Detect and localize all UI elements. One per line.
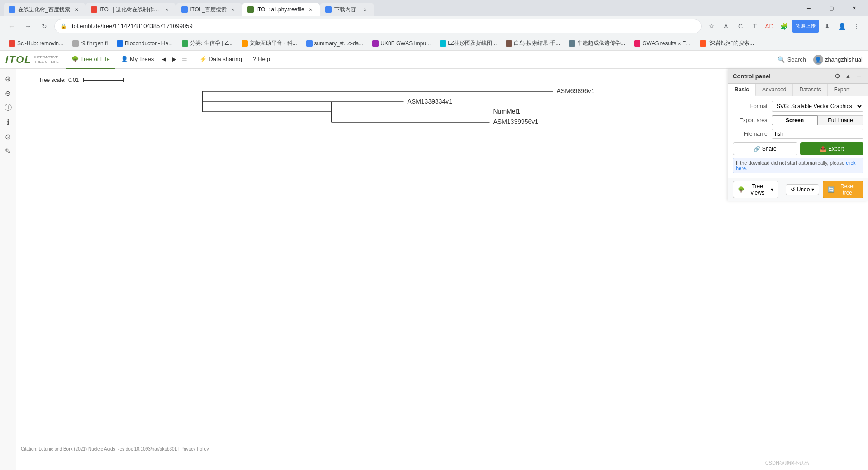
settings-icon[interactable]: ⚙ (833, 71, 842, 81)
bookmark-item-10[interactable]: GWAS results « E... (631, 38, 694, 48)
info-button[interactable]: ℹ (2, 116, 14, 128)
tab-close-tab3[interactable]: ✕ (229, 6, 237, 13)
browser-tab-tab1[interactable]: 在线进化树_百度搜索✕ (4, 3, 85, 16)
bookmarks-icon[interactable]: ☆ (705, 20, 718, 33)
tab-close-tab5[interactable]: ✕ (361, 6, 369, 13)
download-icon[interactable]: ⬇ (821, 20, 834, 33)
svg-text:ASM69896v1: ASM69896v1 (557, 87, 595, 95)
tree-scale: Tree scale: 0.01 (39, 77, 124, 83)
bookmark-item-4[interactable]: 文献互助平台 - 科... (238, 38, 301, 49)
bookmark-item-8[interactable]: 白鸟-搜索结果-千... (502, 38, 564, 49)
bookmark-favicon-10 (634, 40, 640, 47)
info-circle-button[interactable]: ⓘ (2, 101, 14, 114)
back-button[interactable]: ← (5, 20, 18, 33)
bookmark-label-10: GWAS results « E... (642, 40, 690, 47)
bookmark-item-1[interactable]: r9.finrgen.fi (69, 38, 111, 48)
sync-icon[interactable]: C (734, 20, 747, 33)
collapse-icon[interactable]: ▲ (844, 71, 853, 81)
refresh-button[interactable]: ↻ (38, 20, 51, 33)
edit-button[interactable]: ✎ (2, 145, 14, 157)
tab-close-tab1[interactable]: ✕ (73, 6, 80, 13)
bookmark-label-3: 分类: 生信学 | Z... (190, 39, 232, 47)
zoom-fit-button[interactable]: ⊙ (2, 130, 14, 143)
tree-views-button[interactable]: 🌳 Tree views ▾ (733, 181, 778, 198)
reset-tree-button[interactable]: 🔄 Reset tree (823, 181, 863, 198)
minimize-button[interactable]: ─ (798, 1, 819, 15)
extensions-icon[interactable]: 🧩 (778, 20, 790, 33)
browser-tab-tab2[interactable]: iTOL | 进化树在线制作化工...✕ (85, 3, 176, 16)
profile-icon[interactable]: A (720, 20, 732, 33)
export-button[interactable]: 📤 Export (800, 142, 864, 155)
full-image-option[interactable]: Full image (818, 115, 863, 125)
zoom-in-button[interactable]: ⊕ (2, 72, 14, 85)
toolbar-icons: ☆ A C T AD 🧩 拓展上传 ⬇ 👤 ⋮ (705, 20, 863, 33)
person-icon: 👤 (121, 56, 128, 62)
bookmark-item-11[interactable]: "深岩银河"的搜索... (696, 38, 758, 49)
tab-datasets[interactable]: Datasets (793, 84, 827, 96)
nav-next[interactable]: ▶ (169, 51, 179, 69)
bookmark-label-2: Bioconductor - He... (125, 40, 173, 47)
itol-logo-text: iTOL (5, 54, 32, 66)
upload-extension-button[interactable]: 拓展上传 (792, 20, 819, 33)
bookmark-item-0[interactable]: Sci-Hub: removin... (5, 38, 67, 48)
adblock-icon[interactable]: AD (763, 20, 776, 33)
zoom-out-button[interactable]: ⊖ (2, 87, 14, 100)
bookmark-favicon-6 (372, 40, 379, 47)
reset-icon: 🔄 (828, 186, 835, 193)
bookmark-label-0: Sci-Hub: removin... (17, 40, 63, 47)
url-text: itol.embl.de/tree/1114214810438571710990… (71, 23, 696, 29)
itol-logo[interactable]: iTOL INTERACTIVETREE OF LIFE (5, 54, 59, 66)
close-panel-icon[interactable]: ─ (854, 71, 863, 81)
filename-input[interactable] (772, 129, 863, 139)
tree-views-chevron: ▾ (771, 186, 773, 193)
lock-icon: 🔒 (60, 23, 67, 29)
screen-option[interactable]: Screen (772, 115, 818, 125)
share-button[interactable]: 🔗 Share (733, 142, 797, 155)
search-icon: 🔍 (778, 56, 785, 63)
close-button[interactable]: ✕ (844, 1, 864, 15)
translate-icon[interactable]: T (749, 20, 761, 33)
account-icon[interactable]: 👤 (835, 20, 848, 33)
share-icon: ⚡ (199, 56, 207, 62)
bookmark-item-7[interactable]: LZ柱形图及折线图... (436, 38, 500, 49)
bookmark-item-5[interactable]: summary_st...c-da... (303, 38, 367, 48)
tab-close-tab2[interactable]: ✕ (163, 6, 171, 13)
download-msg-text: If the download did not start automatica… (736, 160, 844, 166)
nav-prev[interactable]: ◀ (159, 51, 169, 69)
nav-data-sharing[interactable]: ⚡ Data sharing (194, 51, 247, 69)
forward-button[interactable]: → (22, 20, 34, 33)
tab-export[interactable]: Export (828, 84, 857, 96)
browser-tab-tab3[interactable]: iTOL_百度搜索✕ (176, 3, 242, 16)
nav-user[interactable]: 👤 zhangzhishuai (813, 55, 863, 65)
bookmark-label-1: r9.finrgen.fi (81, 40, 108, 47)
undo-button[interactable]: ↺ Undo ▾ (786, 184, 820, 195)
browser-tab-tab5[interactable]: 下载内容✕ (320, 3, 374, 16)
nav-search[interactable]: 🔍 Search (778, 56, 806, 63)
bookmark-item-9[interactable]: 牛遗超成像遗传学... (565, 38, 629, 49)
maximize-button[interactable]: ▢ (821, 1, 842, 15)
tab-advanced[interactable]: Advanced (756, 84, 793, 96)
nav-tree-of-life[interactable]: 🌳 Tree of Life (66, 51, 115, 69)
bookmark-favicon-1 (72, 40, 79, 47)
bookmark-item-2[interactable]: Bioconductor - He... (113, 38, 176, 48)
nav-help[interactable]: ? Help (247, 51, 275, 69)
url-bar[interactable]: 🔒 itol.embl.de/tree/11142148104385717109… (54, 19, 702, 33)
bookmark-favicon-2 (117, 40, 123, 47)
window-controls: ─ ▢ ✕ (798, 1, 864, 15)
bookmark-item-6[interactable]: UK8B GWAS Impu... (369, 38, 434, 48)
tab-close-tab4[interactable]: ✕ (307, 6, 314, 13)
bookmark-item-3[interactable]: 分类: 生信学 | Z... (178, 38, 236, 49)
menu-icon[interactable]: ⋮ (850, 20, 863, 33)
bookmark-favicon-11 (700, 40, 706, 47)
nav-list[interactable]: ☰ (179, 51, 190, 69)
tab-favicon-tab1 (9, 6, 15, 13)
export-icon: 📤 (820, 146, 826, 152)
nav-separator (192, 56, 192, 63)
tab-basic[interactable]: Basic (728, 84, 756, 96)
format-select[interactable]: SVG: Scalable Vector Graphics (772, 101, 863, 112)
nav-my-trees[interactable]: 👤 My Trees (115, 51, 159, 69)
format-label: Format: (733, 103, 769, 109)
reset-label: Reset tree (836, 183, 859, 196)
browser-tab-tab4[interactable]: iTOL: all.phy.treefile✕ (242, 3, 320, 16)
tab-favicon-tab4 (247, 6, 254, 13)
